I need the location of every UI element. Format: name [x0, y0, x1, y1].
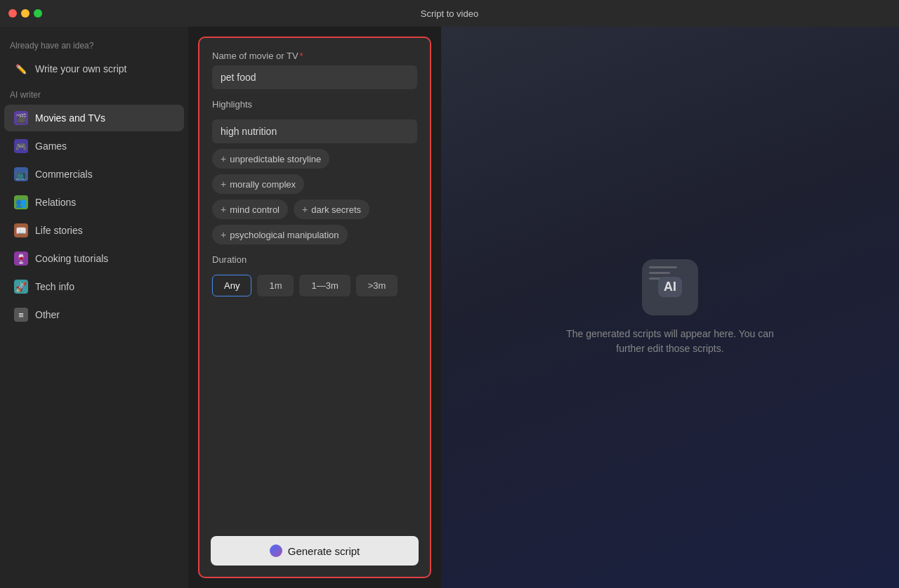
ai-badge: AI	[642, 259, 698, 315]
plus-icon: +	[221, 229, 226, 240]
tag-psych-label: psychological manipulation	[230, 230, 339, 240]
duration-label: Duration	[212, 254, 417, 265]
name-field-group: Name of movie or TV*	[212, 51, 417, 89]
cooking-icon: 🍷	[14, 251, 28, 266]
sidebar-item-tech[interactable]: 🚀 Tech info	[4, 273, 184, 300]
duration-1m[interactable]: 1m	[257, 275, 294, 296]
traffic-lights	[8, 9, 42, 18]
tags-row-1: + unpredictable storyline	[212, 149, 417, 169]
generate-icon	[270, 544, 282, 557]
tag-unpredictable[interactable]: + unpredictable storyline	[212, 149, 329, 169]
sidebar-item-other[interactable]: ≡ Other	[4, 301, 184, 328]
generate-btn-wrapper: Generate script	[211, 536, 419, 566]
other-icon: ≡	[14, 308, 28, 322]
tag-mindcontrol[interactable]: + mind control	[212, 200, 288, 219]
name-input[interactable]	[212, 65, 417, 89]
tech-label: Tech info	[35, 281, 74, 292]
cooking-label: Cooking tutorials	[35, 253, 108, 264]
sidebar-item-cooking[interactable]: 🍷 Cooking tutorials	[4, 245, 184, 272]
tag-darksecrets-label: dark secrets	[311, 204, 361, 215]
sidebar-item-commercials[interactable]: 📺 Commercials	[4, 161, 184, 188]
tech-icon: 🚀	[14, 280, 28, 294]
games-icon: 🎮	[14, 139, 28, 153]
already-label: Already have an idea?	[0, 41, 188, 55]
duration-1-3m[interactable]: 1—3m	[299, 275, 350, 296]
ai-writer-label: AI writer	[0, 83, 188, 104]
center-panel: Name of movie or TV* Highlights high nut…	[188, 27, 441, 588]
relations-label: Relations	[35, 197, 76, 208]
plus-icon: +	[221, 178, 226, 190]
titlebar: Script to video	[0, 0, 899, 27]
duration-any[interactable]: Any	[212, 275, 251, 296]
required-star: *	[300, 51, 303, 61]
relations-icon: 👥	[14, 195, 28, 209]
tags-row-3: + mind control + dark secrets	[212, 200, 417, 219]
tag-mindcontrol-label: mind control	[230, 204, 280, 215]
sidebar-item-write-own[interactable]: ✏️ Write your own script	[4, 55, 184, 82]
ai-label: AI	[658, 277, 682, 297]
lifestories-label: Life stories	[35, 225, 83, 236]
games-label: Games	[35, 141, 67, 152]
maximize-button[interactable]	[34, 9, 42, 18]
commercials-label: Commercials	[35, 169, 93, 180]
other-label: Other	[35, 309, 60, 320]
tag-unpredictable-label: unpredictable storyline	[230, 154, 321, 164]
duration-section: Duration Any 1m 1—3m >3m	[212, 254, 417, 296]
pencil-icon: ✏️	[14, 62, 28, 76]
highlights-label: Highlights	[212, 99, 417, 110]
generate-script-button[interactable]: Generate script	[211, 536, 419, 566]
tag-morally-label: morally complex	[230, 179, 296, 190]
close-button[interactable]	[8, 9, 17, 18]
lifestories-icon: 📖	[14, 223, 28, 237]
deco-line-2	[649, 272, 670, 274]
tag-morally[interactable]: + morally complex	[212, 174, 304, 194]
duration-buttons: Any 1m 1—3m >3m	[212, 275, 417, 296]
window-title: Script to video	[421, 8, 478, 19]
tags-row-2: + morally complex	[212, 174, 417, 194]
commercials-icon: 📺	[14, 167, 28, 181]
sidebar-item-relations[interactable]: 👥 Relations	[4, 189, 184, 216]
movies-label: Movies and TVs	[35, 112, 105, 124]
name-label: Name of movie or TV*	[212, 51, 417, 61]
right-panel: AI The generated scripts will appear her…	[441, 27, 899, 588]
sidebar-item-games[interactable]: 🎮 Games	[4, 133, 184, 159]
main-layout: Already have an idea? ✏️ Write your own …	[0, 27, 899, 588]
highlights-section: Highlights high nutrition + unpredictabl…	[212, 99, 417, 244]
form-card: Name of movie or TV* Highlights high nut…	[198, 37, 431, 578]
plus-icon: +	[221, 204, 226, 215]
tag-psych[interactable]: + psychological manipulation	[212, 225, 348, 244]
active-highlight-tag[interactable]: high nutrition	[212, 119, 417, 143]
sidebar: Already have an idea? ✏️ Write your own …	[0, 27, 188, 588]
plus-icon: +	[302, 204, 308, 215]
generate-btn-label: Generate script	[288, 545, 360, 557]
sidebar-item-lifestories[interactable]: 📖 Life stories	[4, 217, 184, 244]
tags-row-4: + psychological manipulation	[212, 225, 417, 244]
write-own-label: Write your own script	[35, 63, 126, 74]
plus-icon: +	[221, 153, 226, 164]
minimize-button[interactable]	[21, 9, 29, 18]
duration-3m[interactable]: >3m	[356, 275, 398, 296]
movies-icon: 🎬	[14, 111, 28, 125]
sidebar-item-movies[interactable]: 🎬 Movies and TVs	[4, 105, 184, 131]
tag-darksecrets[interactable]: + dark secrets	[294, 200, 369, 219]
deco-line-1	[649, 266, 677, 268]
right-panel-description: The generated scripts will appear here. …	[558, 327, 782, 356]
